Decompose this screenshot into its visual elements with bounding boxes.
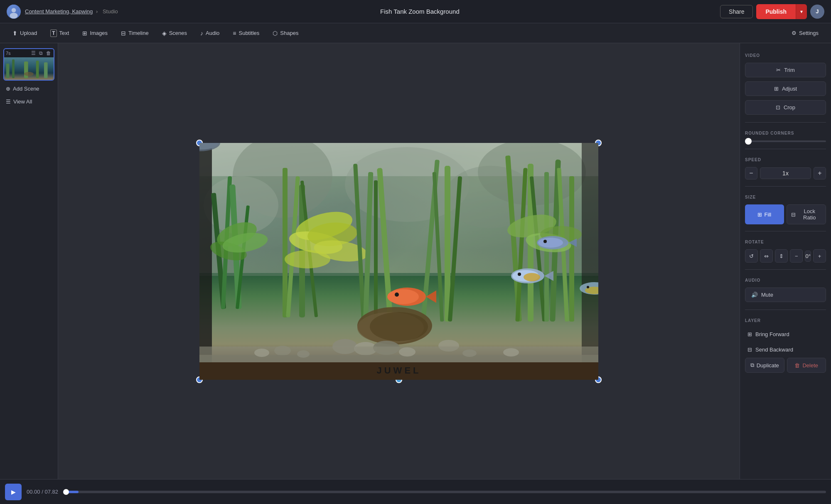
play-icon: ▶: [11, 489, 16, 495]
video-canvas[interactable]: JUWEL: [199, 143, 598, 380]
divider-5: [745, 269, 826, 270]
scene-duration: 7s: [6, 51, 11, 56]
time-total: 07.82: [44, 489, 58, 495]
speed-increase-button[interactable]: +: [814, 167, 826, 179]
bring-forward-icon: ⊞: [747, 331, 752, 337]
rotate-ccw-icon: ↺: [749, 253, 754, 259]
add-scene-button[interactable]: ⊕ Add Scene: [3, 84, 54, 93]
fill-button[interactable]: ⊞ Fill: [745, 204, 784, 224]
delete-button[interactable]: 🗑 Delete: [787, 358, 826, 373]
user-avatar[interactable]: J: [810, 5, 824, 19]
svg-rect-16: [582, 143, 598, 380]
scene-thumbnail-1[interactable]: 7s ☰ ⧉ 🗑: [3, 48, 54, 81]
divider-1: [745, 122, 826, 123]
lock-ratio-label: Lock Ratio: [798, 208, 822, 221]
time-separator: /: [42, 489, 43, 495]
duplicate-button[interactable]: ⧉ Duplicate: [745, 358, 784, 373]
play-button[interactable]: ▶: [5, 484, 22, 500]
svg-point-84: [297, 350, 310, 358]
svg-point-85: [399, 347, 416, 356]
speed-section-label: SPEED: [745, 157, 826, 162]
subtitles-button[interactable]: ≡ Subtitles: [227, 27, 265, 39]
svg-point-7: [24, 72, 34, 76]
view-all-label: View All: [13, 98, 32, 105]
text-label: Text: [59, 30, 69, 36]
rotate-value: 0°: [805, 251, 811, 262]
rounded-corners-thumb[interactable]: [745, 138, 752, 145]
svg-rect-5: [36, 61, 39, 78]
rotate-increase-button[interactable]: +: [813, 249, 826, 263]
rotate-decrease-button[interactable]: −: [790, 249, 803, 263]
images-icon: ⊞: [82, 30, 87, 37]
share-button[interactable]: Share: [720, 5, 753, 18]
view-all-button[interactable]: ☰ View All: [3, 97, 54, 106]
svg-point-65: [395, 293, 399, 297]
breadcrumb-org-link[interactable]: Content Marketing, Kapwing: [25, 8, 93, 15]
shapes-button[interactable]: ⬡ Shapes: [267, 27, 304, 39]
breadcrumb-studio: Studio: [103, 8, 118, 15]
duplicate-label: Duplicate: [757, 362, 779, 369]
adjust-button[interactable]: ⊞ Adjust: [745, 81, 826, 96]
svg-rect-15: [199, 143, 212, 380]
size-buttons: ⊞ Fill ⊟ Lock Ratio: [745, 204, 826, 224]
right-panel: VIDEO ✂ Trim ⊞ Adjust ⊡ Crop ROUNDED COR…: [740, 43, 831, 479]
flip-horizontal-button[interactable]: ⇔: [760, 249, 773, 263]
text-button[interactable]: T Text: [44, 27, 75, 39]
scene-list-btn[interactable]: ☰: [30, 50, 37, 57]
layer-actions: ⊞ Bring Forward ⊟ Send Backward: [745, 328, 826, 356]
current-time: 00.00 / 07.82: [27, 489, 58, 495]
crop-button[interactable]: ⊡ Crop: [745, 100, 826, 115]
trim-button[interactable]: ✂ Trim: [745, 63, 826, 77]
rotate-minus-icon: −: [795, 253, 798, 259]
images-button[interactable]: ⊞ Images: [76, 27, 113, 39]
subtitles-icon: ≡: [233, 30, 236, 37]
layer-section-label: LAYER: [745, 318, 826, 323]
svg-point-74: [543, 240, 547, 243]
lock-ratio-button[interactable]: ⊟ Lock Ratio: [787, 204, 826, 224]
svg-point-1: [10, 12, 17, 18]
project-title: Fish Tank Zoom Background: [380, 8, 460, 15]
rotate-ccw-button[interactable]: ↺: [745, 249, 758, 263]
crop-label: Crop: [784, 104, 795, 111]
scrubber-handle[interactable]: [63, 489, 69, 495]
breadcrumb: Content Marketing, Kapwing › Studio: [25, 8, 120, 15]
bring-forward-button[interactable]: ⊞ Bring Forward: [745, 328, 826, 341]
speed-control: − 1x +: [745, 167, 826, 179]
rotate-controls: ↺ ⇔ ⇕ − 0° +: [745, 249, 826, 263]
svg-point-86: [462, 349, 477, 357]
divider-3: [745, 186, 826, 187]
delete-icon: 🗑: [794, 362, 800, 369]
scenes-icon: ◈: [162, 30, 167, 37]
settings-button[interactable]: ⚙ Settings: [786, 27, 824, 39]
view-all-icon: ☰: [6, 98, 11, 105]
audio-button[interactable]: ♪ Audio: [194, 27, 225, 39]
rotate-plus-icon: +: [818, 253, 821, 259]
scene-delete-btn[interactable]: 🗑: [45, 50, 52, 57]
text-icon: T: [50, 30, 57, 37]
svg-point-87: [503, 348, 519, 356]
publish-button[interactable]: Publish: [756, 4, 796, 19]
speed-decrease-button[interactable]: −: [745, 167, 757, 179]
chevron-down-icon: ▾: [800, 9, 803, 15]
upload-button[interactable]: ⬆ Upload: [7, 27, 43, 39]
size-section-label: SIZE: [745, 195, 826, 199]
rotate-section-label: ROTATE: [745, 240, 826, 244]
scenes-label: Scenes: [169, 30, 187, 36]
scene-copy-btn[interactable]: ⧉: [38, 50, 44, 57]
upload-label: Upload: [20, 30, 37, 36]
crop-icon: ⊡: [776, 104, 780, 111]
timeline-button[interactable]: ⊟ Timeline: [115, 27, 155, 39]
flip-vertical-button[interactable]: ⇕: [775, 249, 788, 263]
timeline-scrubber[interactable]: [63, 491, 826, 493]
flip-h-icon: ⇔: [764, 253, 769, 259]
svg-rect-2: [6, 64, 10, 78]
divider-6: [745, 310, 826, 310]
speed-value: 1x: [760, 167, 811, 179]
main-area: 7s ☰ ⧉ 🗑 ⊕: [0, 43, 831, 479]
publish-dropdown-button[interactable]: ▾: [796, 4, 807, 19]
send-backward-button[interactable]: ⊟ Send Backward: [745, 343, 826, 356]
scenes-button[interactable]: ◈ Scenes: [156, 27, 193, 39]
mute-label: Mute: [761, 292, 773, 298]
svg-point-83: [254, 349, 269, 357]
mute-button[interactable]: 🔊 Mute: [745, 288, 826, 302]
